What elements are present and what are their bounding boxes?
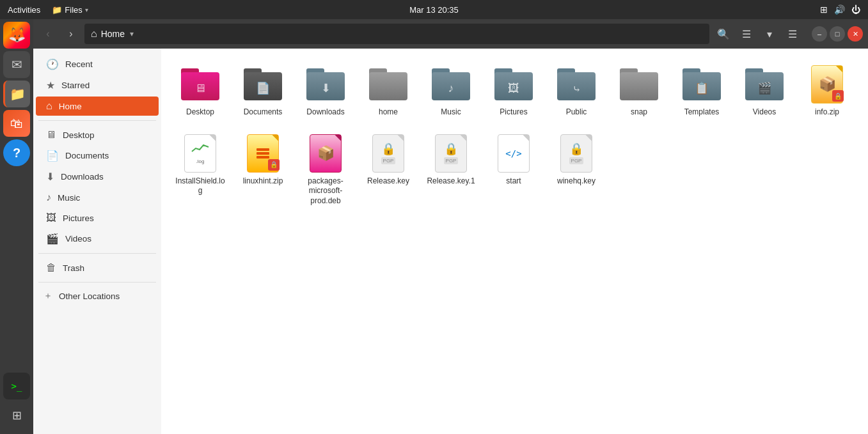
zip-yellow-lock-badge: 🔒 [268, 159, 280, 171]
sidebar-label-recent: Recent [65, 59, 93, 69]
sidebar-item-pictures[interactable]: 🖼 Pictures [36, 208, 159, 228]
location-label: Home [101, 29, 125, 39]
sidebar-divider-2 [38, 253, 156, 254]
sidebar-label-downloads: Downloads [61, 172, 104, 182]
other-locations-plus-icon: ＋ [43, 290, 52, 302]
sidebar-item-videos[interactable]: 🎬 Videos [36, 229, 159, 249]
file-item-downloads[interactable]: ⬇ Downloads [297, 59, 354, 123]
videos-icon: 🎬 [46, 233, 59, 245]
toolbar-right: 🔍 ☰ ▾ ☰ [713, 24, 803, 44]
downloads-icon: ⬇ [46, 171, 54, 183]
title-bar: ‹ › ⌂ Home ▾ 🔍 ☰ ▾ ☰ – □ ✕ [33, 19, 868, 49]
sidebar-item-desktop[interactable]: 🖥 Desktop [36, 125, 159, 144]
taskbar-mail[interactable]: ✉ [3, 51, 30, 78]
file-item-public[interactable]: ⤷ Public [548, 59, 605, 123]
file-item-snap[interactable]: snap [610, 59, 668, 123]
file-item-pictures[interactable]: 🖼 Pictures [485, 59, 542, 123]
file-item-templates[interactable]: 📋 Templates [673, 59, 730, 123]
sidebar-label-other-locations: Other Locations [59, 291, 120, 301]
forward-button[interactable]: › [61, 24, 81, 43]
sound-icon[interactable]: 🔊 [834, 4, 845, 15]
pgp-label-winehq: PGP [569, 157, 584, 164]
system-bar-left: Activities 📁 Files ▾ [8, 5, 88, 15]
files-app: ‹ › ⌂ Home ▾ 🔍 ☰ ▾ ☰ – □ ✕ [33, 19, 868, 434]
pgp-label-1: PGP [444, 157, 459, 164]
search-button[interactable]: 🔍 [713, 24, 734, 44]
sidebar-label-starred: Starred [61, 81, 90, 90]
file-item-linuxhint-zip[interactable]: 🔒 linuxhint.zip [234, 128, 292, 212]
taskbar-help[interactable]: ? [3, 139, 30, 166]
system-bar-datetime: Mar 13 20:35 [409, 5, 459, 15]
close-button[interactable]: ✕ [848, 26, 863, 42]
file-item-home[interactable]: home [359, 59, 417, 123]
file-item-installshield[interactable]: .log InstallShield.log [171, 128, 229, 212]
maximize-button[interactable]: □ [830, 26, 845, 42]
file-area: 🖥 Desktop 📄 [161, 49, 868, 434]
taskbar-files[interactable]: 📁 [3, 81, 30, 107]
sidebar-divider-1 [38, 120, 156, 121]
file-item-packages-deb[interactable]: 📦 packages-microsoft-prod.deb [297, 128, 354, 212]
main-content: 🕐 Recent ★ Starred ⌂ Home 🖥 Desktop � [33, 49, 868, 434]
music-icon: ♪ [46, 192, 51, 203]
sidebar-label-trash: Trash [63, 263, 84, 273]
app-container: 🦊 ✉ 📁 🛍 ? >_ ⊞ ‹ › ⌂ [0, 19, 868, 434]
file-item-music[interactable]: ♪ Music [422, 59, 480, 123]
network-icon[interactable]: ⊞ [820, 4, 828, 15]
activities-label[interactable]: Activities [8, 5, 40, 15]
documents-icon: 📄 [46, 150, 59, 162]
menu-button[interactable]: ☰ [782, 24, 803, 44]
sidebar-item-starred[interactable]: ★ Starred [36, 75, 159, 95]
system-bar: Activities 📁 Files ▾ Mar 13 20:35 ⊞ 🔊 ⏻ [0, 0, 868, 19]
minimize-button[interactable]: – [812, 26, 827, 42]
sidebar-item-music[interactable]: ♪ Music [36, 188, 159, 207]
sidebar-label-music: Music [58, 193, 80, 203]
starred-icon: ★ [46, 79, 55, 91]
taskbar-terminal[interactable]: >_ [3, 373, 30, 399]
taskbar-firefox[interactable]: 🦊 [3, 22, 30, 49]
file-item-documents[interactable]: 📄 Documents [234, 59, 292, 123]
sidebar-label-desktop: Desktop [63, 130, 95, 140]
files-menu[interactable]: 📁 Files ▾ [52, 5, 88, 15]
pgp-lock-icon-1: 🔒 [444, 142, 458, 156]
power-icon[interactable]: ⏻ [851, 4, 860, 15]
pgp-label: PGP [381, 157, 396, 164]
file-item-start[interactable]: </> start [485, 128, 542, 212]
view-options-button[interactable]: ▾ [759, 24, 780, 44]
file-item-release-key[interactable]: 🔒 PGP Release.key [359, 128, 417, 212]
back-button[interactable]: ‹ [38, 24, 58, 43]
sidebar-item-other-locations[interactable]: ＋ Other Locations [33, 286, 161, 306]
home-nav-icon: ⌂ [46, 100, 52, 112]
file-item-info-zip[interactable]: 📦 🔒 info.zip [798, 59, 856, 123]
sidebar-label-videos: Videos [65, 234, 91, 244]
recent-icon: 🕐 [46, 58, 59, 70]
taskbar: 🦊 ✉ 📁 🛍 ? >_ ⊞ [0, 19, 33, 434]
pgp-lock-icon: 🔒 [381, 142, 395, 156]
pgp-lock-icon-winehq: 🔒 [569, 142, 583, 156]
log-graph-icon [191, 142, 210, 155]
sidebar-label-home: Home [59, 102, 82, 111]
home-icon: ⌂ [91, 28, 97, 40]
location-bar[interactable]: ⌂ Home ▾ [84, 24, 709, 44]
view-list-button[interactable]: ☰ [736, 24, 757, 44]
system-bar-right: ⊞ 🔊 ⏻ [820, 4, 860, 15]
zip-lock-badge: 🔒 [832, 90, 844, 102]
sidebar-item-downloads[interactable]: ⬇ Downloads [36, 167, 159, 187]
sidebar: 🕐 Recent ★ Starred ⌂ Home 🖥 Desktop � [33, 49, 161, 434]
sidebar-divider-3 [38, 282, 156, 283]
pictures-icon: 🖼 [46, 212, 56, 224]
file-item-release-key-1[interactable]: 🔒 PGP Release.key.1 [422, 128, 480, 212]
sidebar-item-documents[interactable]: 📄 Documents [36, 146, 159, 166]
sidebar-item-recent[interactable]: 🕐 Recent [36, 54, 159, 74]
sidebar-item-home[interactable]: ⌂ Home [36, 97, 159, 116]
desktop-icon: 🖥 [46, 129, 56, 141]
file-item-desktop[interactable]: 🖥 Desktop [171, 59, 229, 123]
file-grid: 🖥 Desktop 📄 [171, 59, 858, 211]
taskbar-apps-grid[interactable]: ⊞ [3, 402, 30, 429]
taskbar-ubuntu-software[interactable]: 🛍 [3, 110, 30, 137]
sidebar-label-documents: Documents [65, 151, 109, 160]
file-item-videos[interactable]: 🎬 Videos [736, 59, 793, 123]
location-dropdown[interactable]: ▾ [130, 29, 134, 38]
file-item-winehq-key[interactable]: 🔒 PGP winehq.key [548, 128, 605, 212]
sidebar-item-trash[interactable]: 🗑 Trash [36, 258, 159, 277]
sidebar-label-pictures: Pictures [63, 213, 94, 223]
